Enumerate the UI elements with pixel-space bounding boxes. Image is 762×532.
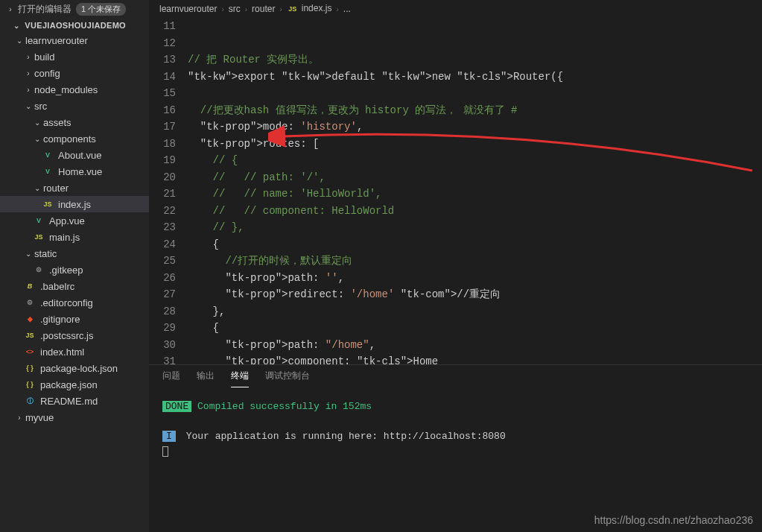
file-item[interactable]: JSmain.js	[0, 229, 149, 245]
file-item[interactable]: VHome.vue	[0, 163, 149, 180]
file-item[interactable]: <>index.html	[0, 343, 149, 360]
panel-tab[interactable]: 输出	[197, 370, 215, 387]
breadcrumb-item[interactable]: ...	[343, 4, 351, 14]
folder-item[interactable]: ›myvue	[0, 409, 149, 425]
terminal-panel: 问题输出终端调试控制台 DONE Compiled successfully i…	[149, 364, 762, 532]
compile-status: Compiled successfully in 152ms	[197, 401, 372, 412]
panel-tabs: 问题输出终端调试控制台	[149, 365, 762, 387]
file-item[interactable]: ⚙.editorconfig	[0, 294, 149, 311]
panel-tab[interactable]: 终端	[231, 370, 249, 387]
folder-item[interactable]: ›node_modules	[0, 81, 149, 98]
folder-item[interactable]: ⌄src	[0, 98, 149, 114]
info-icon: I	[162, 431, 176, 442]
file-label: main.js	[49, 232, 80, 243]
chevron-down-icon: ⌄	[15, 37, 24, 45]
breadcrumb-item[interactable]: router	[252, 4, 275, 14]
folder-item[interactable]: ⌄learnvuerouter	[0, 32, 149, 48]
file-item[interactable]: VAbout.vue	[0, 147, 149, 163]
sidebar: › 打开的编辑器 1 个未保存 ⌄ VUEJIAOSHOUJIADEMO ⌄le…	[0, 0, 149, 532]
code-content[interactable]: // 把 Router 实例导出。 "tk-kw">export "tk-kw"…	[188, 18, 762, 364]
file-label: About.vue	[58, 150, 102, 161]
folder-label: components	[43, 133, 96, 145]
code-editor[interactable]: 1112131415161718192021222324252627282930…	[149, 18, 762, 364]
file-item[interactable]: { }package.json	[0, 376, 149, 393]
file-label: .babelrc	[40, 281, 74, 292]
panel-tab[interactable]: 问题	[162, 370, 180, 387]
chevron-down-icon: ⌄	[24, 250, 33, 258]
open-editors-label: 打开的编辑器	[18, 3, 72, 16]
folder-label: router	[43, 183, 69, 194]
unsaved-badge: 1 个未保存	[76, 3, 126, 16]
folder-label: build	[34, 51, 54, 63]
chevron-right-icon: ›	[24, 53, 33, 61]
folder-label: node_modules	[34, 84, 98, 95]
folder-label: myvue	[25, 412, 54, 423]
folder-label: config	[34, 68, 60, 79]
chevron-right-icon: ›	[279, 5, 282, 13]
folder-label: learnvuerouter	[25, 35, 88, 46]
file-label: .postcssrc.js	[40, 330, 94, 341]
folder-label: src	[34, 101, 47, 112]
folder-item[interactable]: ⌄router	[0, 180, 149, 196]
file-item[interactable]: JSindex.js	[0, 196, 149, 212]
folder-item[interactable]: ⌄static	[0, 245, 149, 262]
file-label: package-lock.json	[40, 363, 118, 374]
folder-item[interactable]: ⌄assets	[0, 114, 149, 130]
breadcrumb-item[interactable]: src	[229, 4, 241, 14]
watermark: https://blog.csdn.net/zhaozhao236	[594, 514, 753, 526]
js-file-icon: JS	[287, 3, 299, 15]
project-root[interactable]: ⌄ VUEJIAOSHOUJIADEMO	[0, 19, 149, 32]
file-label: package.json	[40, 379, 98, 390]
file-item[interactable]: { }package-lock.json	[0, 360, 149, 376]
folder-label: assets	[43, 117, 72, 128]
chevron-right-icon: ›	[336, 5, 338, 13]
chevron-right-icon: ›	[24, 69, 33, 77]
file-label: .editorconfig	[40, 297, 93, 308]
chevron-right-icon: ›	[6, 5, 15, 13]
chevron-right-icon: ›	[245, 5, 247, 13]
folder-item[interactable]: ›build	[0, 48, 149, 65]
file-item[interactable]: JS.postcssrc.js	[0, 327, 149, 343]
breadcrumb[interactable]: learnvuerouter›src›router›JSindex.js›...	[149, 0, 762, 18]
file-item[interactable]: ◆.gitignore	[0, 311, 149, 327]
file-tree: ⌄learnvuerouter›build›config›node_module…	[0, 32, 149, 425]
file-label: index.html	[40, 346, 84, 358]
file-label: .gitignore	[40, 314, 80, 325]
file-label: README.md	[40, 396, 98, 407]
server-url-text: Your application is running here: http:/…	[186, 431, 506, 442]
file-item[interactable]: ⚙.gitkeep	[0, 262, 149, 278]
folder-label: static	[34, 248, 57, 259]
panel-tab[interactable]: 调试控制台	[265, 370, 310, 387]
file-label: Home.vue	[58, 166, 102, 177]
folder-item[interactable]: ›config	[0, 65, 149, 81]
chevron-down-icon: ⌄	[33, 184, 42, 192]
file-label: App.vue	[49, 215, 85, 227]
folder-item[interactable]: ⌄components	[0, 130, 149, 147]
chevron-down-icon: ⌄	[24, 102, 33, 110]
file-label: .gitkeep	[49, 265, 83, 276]
done-badge: DONE	[162, 401, 191, 412]
file-item[interactable]: B.babelrc	[0, 278, 149, 294]
terminal-body[interactable]: DONE Compiled successfully in 152ms I Yo…	[149, 387, 762, 471]
chevron-down-icon: ⌄	[33, 118, 42, 127]
open-editors-header[interactable]: › 打开的编辑器 1 个未保存	[0, 0, 149, 19]
file-item[interactable]: ⓘREADME.md	[0, 393, 149, 409]
breadcrumb-item[interactable]: JSindex.js	[287, 3, 332, 15]
editor-area: learnvuerouter›src›router›JSindex.js›...…	[149, 0, 762, 532]
breadcrumb-item[interactable]: learnvuerouter	[159, 4, 217, 14]
chevron-down-icon: ⌄	[12, 22, 21, 30]
terminal-cursor	[162, 446, 168, 457]
file-label: index.js	[58, 199, 91, 210]
chevron-right-icon: ›	[15, 414, 24, 422]
chevron-down-icon: ⌄	[33, 135, 42, 143]
line-gutter: 1112131415161718192021222324252627282930…	[149, 18, 188, 364]
chevron-right-icon: ›	[221, 5, 223, 13]
chevron-right-icon: ›	[24, 86, 33, 94]
file-item[interactable]: VApp.vue	[0, 212, 149, 229]
